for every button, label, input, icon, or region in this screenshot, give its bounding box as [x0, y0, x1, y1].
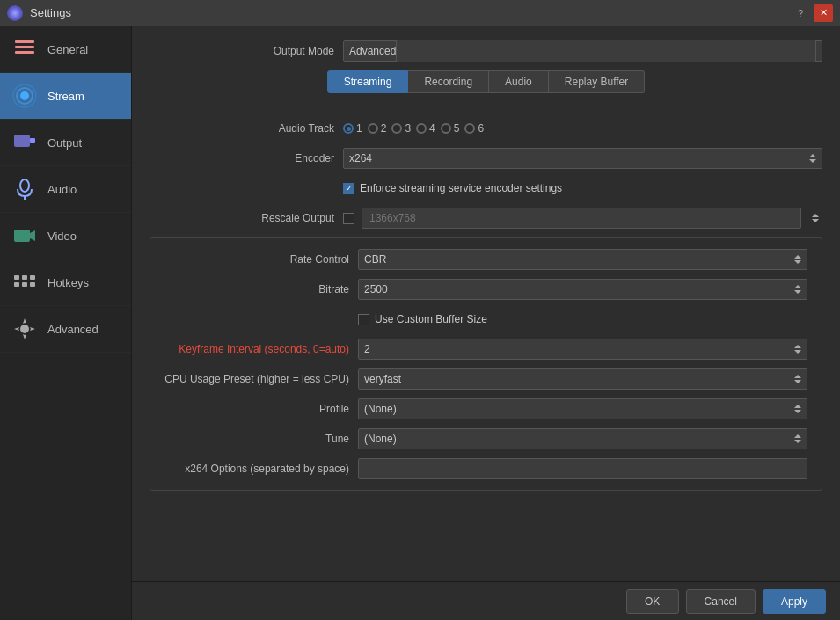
- tab-audio[interactable]: Audio: [489, 70, 549, 93]
- radio-track-2[interactable]: 2: [368, 122, 387, 135]
- sidebar-item-output[interactable]: Output: [0, 120, 131, 166]
- tune-row: Tune (None): [164, 428, 807, 449]
- audio-track-label: Audio Track: [150, 122, 343, 135]
- keyframe-value: 2: [364, 343, 370, 355]
- tune-control: (None): [358, 428, 807, 449]
- rescale-arrow[interactable]: [808, 214, 822, 222]
- encoder-settings-section: Rate Control CBR: [150, 237, 822, 491]
- titlebar: Settings ? ✕: [0, 0, 840, 26]
- radio-circle-3[interactable]: [391, 123, 402, 134]
- svg-rect-0: [15, 40, 34, 43]
- rate-control-value: CBR: [364, 253, 386, 266]
- rate-control-select[interactable]: CBR: [358, 249, 807, 270]
- rescale-checkbox[interactable]: [343, 213, 354, 224]
- encoder-row: Encoder x264: [150, 148, 822, 169]
- cancel-button[interactable]: Cancel: [686, 589, 756, 614]
- titlebar-controls: ? ✕: [791, 4, 833, 22]
- radio-circle-4[interactable]: [416, 123, 427, 134]
- cpu-preset-select[interactable]: veryfast: [358, 368, 807, 390]
- rescale-input[interactable]: [362, 208, 801, 229]
- scrollable-content: Output Mode Advanced: [132, 26, 840, 581]
- radio-circle-2[interactable]: [368, 123, 378, 134]
- custom-buffer-checkbox[interactable]: [358, 314, 369, 325]
- radio-track-1[interactable]: 1: [343, 122, 362, 135]
- profile-select[interactable]: (None): [358, 398, 807, 419]
- output-mode-select[interactable]: Advanced: [343, 40, 822, 62]
- apply-button[interactable]: Apply: [763, 589, 826, 614]
- x264-options-row: x264 Options (separated by space): [164, 458, 807, 479]
- x264-options-control: [358, 458, 807, 479]
- svg-rect-10: [14, 230, 30, 242]
- audio-track-row: Audio Track 1 2: [150, 118, 822, 139]
- ok-button[interactable]: OK: [626, 589, 679, 614]
- svg-marker-11: [30, 230, 35, 241]
- rate-control-row: Rate Control CBR: [164, 249, 807, 270]
- tab-recording[interactable]: Recording: [408, 70, 489, 93]
- keyframe-select[interactable]: 2: [358, 339, 807, 360]
- bitrate-label: Bitrate: [164, 283, 358, 295]
- sidebar-label-audio: Audio: [47, 183, 77, 196]
- output-mode-label: Output Mode: [150, 45, 343, 57]
- enforce-checkbox[interactable]: [343, 183, 354, 194]
- cpu-preset-control: veryfast: [358, 368, 807, 390]
- keyframe-row: Keyframe Interval (seconds, 0=auto) 2: [164, 339, 807, 360]
- cpu-preset-value: veryfast: [364, 373, 401, 385]
- video-icon: [11, 222, 39, 250]
- tabs-row: Streaming Recording Audio Replay Buffer: [327, 70, 646, 93]
- svg-point-3: [20, 91, 29, 100]
- window-title: Settings: [30, 6, 71, 19]
- svg-point-8: [20, 179, 29, 192]
- bitrate-select[interactable]: 2500: [358, 279, 807, 300]
- sidebar-item-stream[interactable]: Stream: [0, 73, 131, 120]
- output-icon: [11, 128, 39, 157]
- radio-num-1: 1: [356, 122, 362, 135]
- encoder-select[interactable]: x264: [343, 148, 822, 169]
- profile-label: Profile: [164, 403, 358, 415]
- custom-buffer-checkbox-row[interactable]: Use Custom Buffer Size: [358, 313, 487, 325]
- cpu-preset-label: CPU Usage Preset (higher = less CPU): [164, 373, 358, 385]
- titlebar-left: Settings: [7, 5, 71, 21]
- advanced-icon: [11, 315, 39, 343]
- radio-track-6[interactable]: 6: [464, 122, 484, 135]
- radio-circle-5[interactable]: [441, 123, 451, 134]
- svg-rect-13: [22, 275, 27, 280]
- general-icon: [11, 35, 39, 63]
- radio-track-3[interactable]: 3: [391, 122, 411, 135]
- tabs-container: Streaming Recording Audio Replay Buffer: [150, 70, 822, 106]
- radio-track-4[interactable]: 4: [416, 122, 435, 135]
- bitrate-row: Bitrate 2500: [164, 279, 807, 300]
- settings-window: Settings ? ✕ General: [0, 0, 840, 620]
- help-button[interactable]: ?: [791, 4, 810, 22]
- tab-replay-buffer[interactable]: Replay Buffer: [549, 70, 646, 93]
- encoder-control: x264: [343, 148, 822, 169]
- profile-row: Profile (None): [164, 398, 807, 419]
- sidebar-label-general: General: [47, 43, 88, 56]
- custom-buffer-label: Use Custom Buffer Size: [375, 313, 487, 325]
- sidebar: General Stream: [0, 26, 132, 620]
- enforce-checkbox-row[interactable]: Enforce streaming service encoder settin…: [343, 182, 562, 194]
- close-button[interactable]: ✕: [814, 4, 833, 22]
- radio-circle-1[interactable]: [343, 123, 354, 134]
- content-area: Output Mode Advanced: [132, 26, 840, 620]
- radio-track-5[interactable]: 5: [441, 122, 460, 135]
- sidebar-item-audio[interactable]: Audio: [0, 166, 131, 213]
- rescale-row: Rescale Output: [150, 208, 822, 229]
- app-logo: [7, 5, 23, 21]
- sidebar-item-video[interactable]: Video: [0, 213, 131, 259]
- sidebar-item-hotkeys[interactable]: Hotkeys: [0, 259, 131, 306]
- custom-buffer-control: Use Custom Buffer Size: [358, 313, 807, 325]
- radio-num-6: 6: [478, 122, 484, 135]
- x264-options-input[interactable]: [358, 458, 807, 479]
- bitrate-control: 2500: [358, 279, 807, 300]
- stream-icon: [11, 82, 39, 110]
- rescale-label: Rescale Output: [150, 212, 343, 224]
- tune-label: Tune: [164, 433, 358, 445]
- output-mode-value: Advanced: [349, 45, 396, 57]
- audio-track-radios: 1 2 3: [343, 122, 484, 135]
- tune-select[interactable]: (None): [358, 428, 807, 449]
- sidebar-item-general[interactable]: General: [0, 26, 131, 73]
- sidebar-item-advanced[interactable]: Advanced: [0, 306, 131, 353]
- tab-streaming[interactable]: Streaming: [327, 70, 409, 93]
- encoder-label: Encoder: [150, 152, 343, 164]
- radio-circle-6[interactable]: [464, 123, 475, 134]
